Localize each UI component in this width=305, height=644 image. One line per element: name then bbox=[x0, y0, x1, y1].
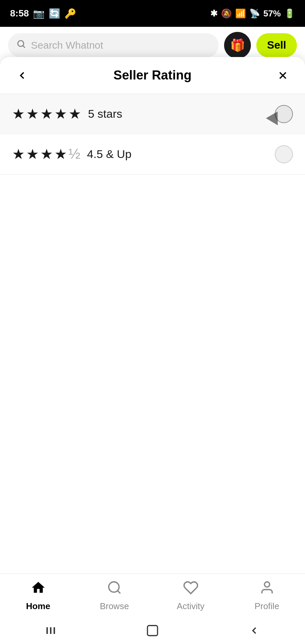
stars-4half: ★ ★ ★ ★ ½ bbox=[12, 146, 80, 162]
back-button[interactable] bbox=[12, 65, 32, 86]
radio-4half[interactable] bbox=[275, 145, 293, 163]
search-placeholder: Search Whatnot bbox=[31, 40, 103, 51]
star-1: ★ bbox=[12, 146, 25, 162]
android-menu-button[interactable] bbox=[37, 621, 64, 641]
modal-header: Seller Rating bbox=[0, 57, 305, 94]
nav-item-activity[interactable]: Activity bbox=[152, 580, 229, 611]
battery-icon: 🔋 bbox=[284, 8, 295, 19]
svg-rect-8 bbox=[50, 627, 51, 634]
rating-item-5stars[interactable]: ★ ★ ★ ★ ★ 5 stars bbox=[0, 94, 305, 134]
rating-left-5stars: ★ ★ ★ ★ ★ 5 stars bbox=[12, 106, 122, 122]
nav-label-home: Home bbox=[26, 601, 50, 611]
activity-icon bbox=[183, 580, 199, 599]
nav-item-home[interactable]: Home bbox=[0, 580, 76, 611]
bluetooth-icon: ✱ bbox=[210, 8, 218, 19]
rating-item-4half[interactable]: ★ ★ ★ ★ ½ 4.5 & Up bbox=[0, 134, 305, 174]
star-1: ★ bbox=[12, 106, 25, 122]
status-bar: 8:58 📷 🔄 🔑 ✱ 🔕 📶 📡 57% 🔋 bbox=[0, 0, 305, 27]
star-4: ★ bbox=[54, 106, 67, 122]
signal-icon: 📡 bbox=[249, 8, 260, 19]
star-2: ★ bbox=[26, 106, 39, 122]
modal-title: Seller Rating bbox=[114, 68, 191, 83]
svg-point-0 bbox=[18, 41, 24, 47]
svg-point-6 bbox=[264, 582, 269, 587]
svg-point-4 bbox=[108, 582, 119, 592]
nav-item-profile[interactable]: Profile bbox=[229, 580, 305, 611]
search-bar[interactable]: Search Whatnot bbox=[8, 33, 219, 57]
status-time: 8:58 bbox=[10, 8, 29, 19]
browse-icon bbox=[107, 580, 122, 599]
key-icon: 🔑 bbox=[64, 8, 76, 19]
camera-icon: 📷 bbox=[33, 8, 45, 19]
gift-button[interactable]: 🎁 bbox=[224, 32, 251, 59]
nav-label-browse: Browse bbox=[100, 601, 129, 611]
nav-label-activity: Activity bbox=[177, 601, 204, 611]
rating-left-4half: ★ ★ ★ ★ ½ 4.5 & Up bbox=[12, 146, 131, 162]
android-nav bbox=[0, 617, 305, 644]
rating-label-5stars: 5 stars bbox=[88, 107, 122, 120]
svg-rect-7 bbox=[47, 627, 48, 634]
rating-options-list: ★ ★ ★ ★ ★ 5 stars ★ ★ ★ ★ ½ 4. bbox=[0, 94, 305, 597]
star-3: ★ bbox=[40, 146, 53, 162]
seller-rating-modal: Seller Rating ★ ★ ★ ★ ★ 5 stars bbox=[0, 57, 305, 644]
stars-5: ★ ★ ★ ★ ★ bbox=[12, 106, 81, 122]
svg-line-5 bbox=[117, 590, 120, 593]
star-half: ½ bbox=[69, 146, 80, 162]
android-back-button[interactable] bbox=[241, 621, 268, 641]
star-2: ★ bbox=[26, 146, 39, 162]
bottom-nav: Home Browse Activity Profile bbox=[0, 574, 305, 617]
star-4: ★ bbox=[54, 146, 67, 162]
close-button[interactable] bbox=[273, 65, 293, 86]
battery-label: 57% bbox=[263, 8, 281, 19]
wifi-icon: 📶 bbox=[235, 8, 246, 19]
rating-label-4half: 4.5 & Up bbox=[87, 148, 131, 161]
svg-rect-9 bbox=[54, 627, 55, 634]
search-icon bbox=[16, 39, 26, 51]
mute-icon: 🔕 bbox=[221, 8, 232, 19]
star-3: ★ bbox=[40, 106, 53, 122]
svg-rect-10 bbox=[147, 626, 158, 636]
android-home-button[interactable] bbox=[139, 621, 166, 641]
svg-line-1 bbox=[23, 46, 25, 48]
nav-label-profile: Profile bbox=[255, 601, 279, 611]
cast-icon: 🔄 bbox=[49, 8, 60, 19]
radio-5stars[interactable] bbox=[275, 105, 293, 123]
star-5: ★ bbox=[69, 106, 81, 122]
nav-item-browse[interactable]: Browse bbox=[76, 580, 152, 611]
profile-icon bbox=[259, 580, 275, 599]
sell-button[interactable]: Sell bbox=[256, 33, 297, 57]
home-icon bbox=[31, 580, 46, 599]
